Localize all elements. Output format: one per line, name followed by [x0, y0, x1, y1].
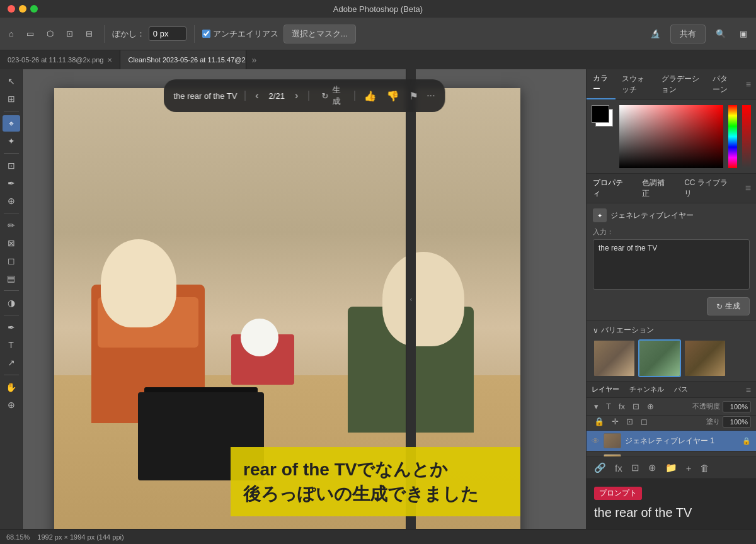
new-layer-btn[interactable]: +	[684, 462, 694, 475]
new-group-btn[interactable]: 📁	[663, 461, 680, 475]
object-select-button[interactable]: ⊡	[62, 26, 77, 41]
variation-2[interactable]	[638, 339, 681, 377]
pen-tool[interactable]: ✒	[3, 319, 20, 336]
canvas-area[interactable]: the rear of the TV ‹ 2/21 › ↻ 生成 👍 👎 ⚑ ·…	[23, 69, 586, 529]
labs-button[interactable]: 🔬	[646, 26, 664, 41]
color-tab[interactable]: カラー	[587, 69, 616, 99]
layer-filter-btn[interactable]: ▾	[592, 400, 601, 412]
layer-adj-btn[interactable]: ⊕	[644, 400, 656, 412]
properties-tab[interactable]: プロパティ	[587, 174, 636, 203]
lasso-button[interactable]: ⬡	[43, 26, 57, 41]
layer-lock-all-btn[interactable]: 🔒	[592, 416, 607, 428]
layer-lock-art-btn[interactable]: ⊡	[624, 416, 636, 428]
panels-button[interactable]: ▣	[736, 26, 751, 41]
foreground-color-swatch[interactable]	[592, 105, 609, 123]
window-buttons[interactable]	[8, 5, 38, 13]
ctx-more-button[interactable]: ···	[427, 90, 435, 101]
eraser-tool[interactable]: ◻	[3, 252, 20, 269]
share-button[interactable]: 共有	[670, 25, 706, 43]
layer-item-generative[interactable]: 👁 ジェネレティブレイヤー 1 🔒	[587, 431, 756, 451]
layer-fx-bottom-btn[interactable]: fx	[612, 462, 625, 475]
prompt-input[interactable]: the rear of the TV	[593, 239, 750, 290]
foreground-background-swatch[interactable]	[592, 105, 614, 128]
channels-tab[interactable]: チャンネル	[624, 382, 669, 397]
ctx-prev-button[interactable]: ‹	[253, 89, 261, 103]
layer-type-btn[interactable]: T	[604, 400, 614, 412]
home-button[interactable]: ⌂	[5, 26, 18, 41]
ctx-flag-button[interactable]: ⚑	[408, 89, 419, 103]
dodge-tool[interactable]: ◑	[3, 295, 20, 311]
search-icon: 🔍	[716, 29, 726, 38]
alpha-slider[interactable]	[742, 105, 751, 168]
color-panel-menu[interactable]: ≡	[741, 77, 756, 92]
new-fill-adj-btn[interactable]: ⊕	[646, 461, 659, 475]
artboard-tool[interactable]: ⊞	[3, 91, 20, 107]
brush-tool[interactable]: ✏	[3, 217, 20, 234]
cc-libraries-tab[interactable]: CC ライブラリ	[678, 174, 740, 203]
gradient-tab[interactable]: グラデーション	[655, 70, 706, 99]
add-mask-btn[interactable]: ⊡	[629, 461, 642, 475]
opacity-input[interactable]	[723, 401, 751, 412]
heal-tool[interactable]: ⊕	[3, 193, 20, 209]
ctx-generate-button[interactable]: ↻ 生成	[316, 83, 346, 108]
ctx-sep-1	[244, 91, 245, 101]
mask-button[interactable]: 選択とマスク...	[284, 25, 356, 43]
zoom-tool[interactable]: ⊕	[3, 397, 20, 413]
layers-tab[interactable]: レイヤー	[587, 382, 624, 397]
quick-select-button[interactable]: ⊟	[82, 26, 96, 41]
type-icon: T	[8, 340, 14, 350]
maximize-button[interactable]	[30, 5, 38, 13]
paths-tab[interactable]: パス	[669, 382, 693, 397]
refresh-icon: ↻	[716, 302, 723, 311]
blur-input[interactable]	[149, 26, 186, 41]
layers-menu[interactable]: ≡	[741, 382, 756, 397]
tab-2[interactable]: CleanShot 2023-05-26 at 11.15.47@2x.png …	[120, 50, 246, 69]
close-button[interactable]	[8, 5, 15, 13]
fill-input[interactable]	[723, 416, 751, 428]
layer-item-1[interactable]: 👁 レイヤー 1	[587, 451, 756, 456]
link-layers-btn[interactable]: 🔗	[592, 461, 609, 475]
search-button[interactable]: 🔍	[712, 26, 730, 41]
pattern-tab[interactable]: パターン	[706, 70, 741, 99]
zoom-level: 68.15%	[6, 533, 30, 541]
toolbar-separator-2	[194, 25, 195, 43]
eyedropper-icon: ✒	[8, 178, 15, 188]
hand-tool[interactable]: ✋	[3, 379, 20, 395]
left-toolbar-sep-2	[4, 153, 19, 154]
clone-tool[interactable]: ⊠	[3, 235, 20, 251]
properties-section: ✦ ジェネレティブレイヤー 入力： the rear of the TV ↻ 生…	[587, 203, 756, 320]
layer-eye-generative[interactable]: 👁	[592, 436, 600, 446]
variation-3[interactable]	[684, 339, 726, 377]
properties-menu[interactable]: ≡	[740, 180, 756, 196]
layer-lock-pixel-btn[interactable]: ◻	[638, 416, 650, 428]
layer-fx-btn[interactable]: fx	[616, 400, 627, 412]
layer-lock-pos-btn[interactable]: ✛	[609, 416, 621, 428]
rectangular-marquee-button[interactable]: ▭	[23, 26, 38, 41]
color-gradient-picker[interactable]	[619, 105, 723, 168]
path-select-tool[interactable]: ↗	[3, 354, 20, 371]
ctx-thumbsdown-button[interactable]: 👎	[385, 89, 400, 103]
tab-1[interactable]: 023-05-26 at 11.11.38@2x.png ✕	[0, 50, 120, 69]
ctx-thumbsup-button[interactable]: 👍	[362, 89, 377, 103]
generate-button[interactable]: ↻ 生成	[707, 297, 750, 315]
title-bar: Adobe Photoshop (Beta)	[0, 0, 756, 18]
move-tool[interactable]: ↖	[3, 73, 20, 89]
layer-mask-btn[interactable]: ⊡	[630, 400, 642, 412]
hue-slider[interactable]	[728, 105, 737, 168]
magic-wand-tool[interactable]: ✦	[3, 133, 20, 149]
gradient-tool[interactable]: ▤	[3, 270, 20, 286]
eyedropper-tool[interactable]: ✒	[3, 175, 20, 191]
antialias-label[interactable]: アンチエイリアス	[202, 28, 278, 40]
adjustments-tab[interactable]: 色調補正	[636, 174, 678, 203]
lasso-tool[interactable]: ⌖	[3, 115, 20, 132]
delete-layer-btn[interactable]: 🗑	[697, 462, 712, 475]
minimize-button[interactable]	[19, 5, 26, 13]
ctx-next-button[interactable]: ›	[292, 89, 301, 103]
tab-1-close[interactable]: ✕	[107, 57, 112, 64]
antialias-checkbox[interactable]	[202, 30, 210, 38]
swatch-tab[interactable]: スウォッチ	[616, 70, 655, 99]
tabs-overflow[interactable]: »	[246, 55, 261, 65]
variation-1[interactable]	[593, 339, 636, 377]
crop-tool[interactable]: ⊡	[3, 157, 20, 174]
type-tool[interactable]: T	[3, 337, 20, 353]
